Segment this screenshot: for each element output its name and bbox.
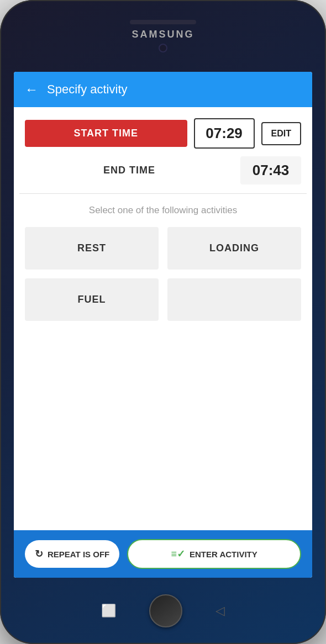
activities-grid: REST LOADING FUEL <box>25 227 301 321</box>
start-time-button[interactable]: START TIME <box>25 120 187 147</box>
enter-icon: ≡✓ <box>171 548 185 560</box>
front-camera <box>159 44 167 52</box>
app-header: ← Specify activity <box>14 72 312 107</box>
activities-prompt: Select one of the following activities <box>25 205 301 216</box>
back-nav-icon: ⬜ <box>101 604 116 618</box>
bottom-bar: ↻ REPEAT IS OFF ≡✓ ENTER ACTIVITY <box>14 530 312 578</box>
activity-empty <box>167 278 301 321</box>
back-button[interactable]: ← <box>25 82 38 97</box>
end-time-label: END TIME <box>25 165 234 176</box>
repeat-label: REPEAT IS OFF <box>48 550 109 559</box>
recent-nav-icon: ◁ <box>215 604 225 618</box>
activities-section: Select one of the following activities R… <box>14 194 312 530</box>
end-time-value: 07:43 <box>240 156 301 184</box>
page-title: Specify activity <box>47 82 128 97</box>
app-content: START TIME 07:29 EDIT END TIME 07:43 Sel… <box>14 107 312 530</box>
activity-fuel[interactable]: FUEL <box>25 278 159 321</box>
camera-row <box>159 44 167 52</box>
repeat-icon: ↻ <box>35 548 43 560</box>
bottom-bezel: ⬜ ◁ <box>0 578 326 644</box>
start-time-row: START TIME 07:29 EDIT <box>25 118 301 149</box>
top-bezel: SAMSUNG <box>0 0 326 72</box>
phone-frame: SAMSUNG ← Specify activity START TIME 07… <box>0 0 326 644</box>
brand-label: SAMSUNG <box>132 29 194 40</box>
activity-rest[interactable]: REST <box>25 227 159 270</box>
start-time-value: 07:29 <box>194 118 255 149</box>
enter-activity-button[interactable]: ≡✓ ENTER ACTIVITY <box>127 539 301 569</box>
enter-activity-label: ENTER ACTIVITY <box>190 550 257 559</box>
speaker <box>130 20 196 24</box>
edit-button[interactable]: EDIT <box>261 122 301 145</box>
activity-loading[interactable]: LOADING <box>167 227 301 270</box>
home-button[interactable] <box>149 594 182 627</box>
time-section: START TIME 07:29 EDIT END TIME 07:43 <box>14 107 312 193</box>
phone-screen: ← Specify activity START TIME 07:29 EDIT… <box>14 72 312 578</box>
repeat-button[interactable]: ↻ REPEAT IS OFF <box>25 540 119 568</box>
end-time-row: END TIME 07:43 <box>25 156 301 184</box>
